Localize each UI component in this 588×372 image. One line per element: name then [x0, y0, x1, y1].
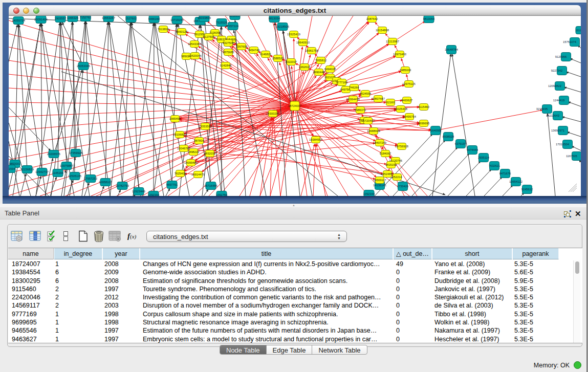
- svg-text:7955812: 7955812: [315, 59, 327, 62]
- svg-text:6494028: 6494028: [324, 68, 336, 71]
- svg-text:1965498: 1965498: [169, 117, 181, 120]
- svg-text:887834: 887834: [194, 139, 204, 142]
- svg-text:7613822: 7613822: [158, 28, 169, 31]
- svg-text:9115460: 9115460: [418, 105, 429, 108]
- svg-text:252214: 252214: [392, 176, 402, 179]
- svg-text:9129966: 9129966: [555, 55, 567, 58]
- svg-text:12942737: 12942737: [35, 170, 49, 173]
- svg-text:3215935: 3215935: [536, 107, 548, 111]
- svg-text:9227342: 9227342: [551, 69, 563, 72]
- svg-text:16648784: 16648784: [445, 48, 459, 51]
- svg-text:23420046: 23420046: [188, 54, 202, 57]
- svg-text:12156829: 12156829: [20, 168, 34, 171]
- svg-text:15751074: 15751074: [563, 40, 577, 43]
- svg-text:1903557: 1903557: [55, 17, 67, 20]
- svg-text:9832033: 9832033: [204, 152, 216, 155]
- svg-text:7357224: 7357224: [227, 25, 239, 28]
- svg-text:17016504: 17016504: [556, 143, 570, 146]
- svg-text:2087642: 2087642: [366, 17, 378, 20]
- svg-text:10025438: 10025438: [394, 107, 407, 111]
- svg-text:8819317: 8819317: [229, 16, 241, 17]
- svg-text:10973493: 10973493: [393, 53, 406, 56]
- svg-text:9699695: 9699695: [418, 122, 430, 125]
- svg-text:9777169: 9777169: [336, 81, 348, 84]
- svg-text:8813054: 8813054: [423, 17, 435, 20]
- svg-text:13353594: 13353594: [199, 125, 212, 128]
- svg-text:9657791: 9657791: [166, 183, 178, 186]
- svg-text:9245612: 9245612: [521, 188, 533, 191]
- svg-text:10975887: 10975887: [60, 164, 73, 167]
- svg-text:2935114: 2935114: [478, 156, 490, 159]
- svg-text:1588520: 1588520: [272, 57, 284, 60]
- svg-text:9327505: 9327505: [223, 41, 234, 45]
- svg-text:10046788: 10046788: [177, 147, 190, 150]
- svg-text:12505135: 12505135: [68, 174, 81, 178]
- svg-text:16154808: 16154808: [376, 29, 389, 32]
- svg-text:1527602: 1527602: [125, 17, 137, 20]
- svg-text:10807487: 10807487: [372, 97, 385, 100]
- svg-text:1065326: 1065326: [67, 16, 79, 19]
- svg-text:9184067: 9184067: [380, 152, 391, 155]
- svg-text:62160: 62160: [386, 101, 395, 104]
- svg-text:2367608: 2367608: [236, 45, 248, 48]
- svg-text:14099489: 14099489: [184, 161, 198, 164]
- svg-text:12093822: 12093822: [548, 84, 561, 87]
- svg-text:25053346: 25053346: [77, 64, 90, 68]
- svg-text:16914479: 16914479: [191, 173, 205, 176]
- svg-text:9463627: 9463627: [401, 99, 413, 102]
- svg-text:14569117: 14569117: [373, 179, 386, 182]
- svg-text:10719155: 10719155: [170, 18, 184, 21]
- svg-text:7625402: 7625402: [175, 172, 186, 175]
- svg-text:20364436: 20364436: [346, 98, 360, 101]
- svg-text:8660128: 8660128: [176, 30, 188, 33]
- svg-text:12975115: 12975115: [402, 82, 415, 85]
- svg-text:19384554: 19384554: [309, 138, 323, 141]
- svg-text:1092344: 1092344: [363, 192, 375, 195]
- svg-text:9146821: 9146821: [260, 53, 272, 56]
- svg-text:10543362: 10543362: [188, 42, 201, 46]
- svg-text:746266: 746266: [349, 86, 359, 89]
- svg-text:7152762: 7152762: [80, 16, 92, 19]
- svg-text:20206576: 20206576: [47, 152, 60, 156]
- svg-text:17359928: 17359928: [69, 151, 82, 155]
- svg-text:1091755: 1091755: [216, 193, 228, 196]
- svg-text:19106825: 19106825: [173, 133, 186, 136]
- svg-text:9242848: 9242848: [220, 64, 232, 67]
- svg-text:8454749: 8454749: [248, 49, 260, 52]
- svg-text:20091406: 20091406: [34, 18, 48, 21]
- svg-text:1112548: 1112548: [575, 29, 581, 32]
- svg-text:1362615: 1362615: [299, 65, 311, 69]
- svg-text:13495754: 13495754: [403, 115, 417, 118]
- svg-text:19756928: 19756928: [395, 145, 408, 148]
- svg-text:8322037: 8322037: [286, 60, 297, 63]
- svg-text:10958107: 10958107: [99, 181, 112, 184]
- svg-text:7485003: 7485003: [400, 69, 411, 72]
- svg-text:16961758: 16961758: [305, 49, 318, 52]
- svg-text:15716485: 15716485: [204, 184, 217, 187]
- svg-text:10654122: 10654122: [509, 180, 522, 183]
- svg-text:12213987: 12213987: [386, 40, 399, 43]
- svg-text:391594: 391594: [9, 167, 15, 170]
- svg-text:6379197: 6379197: [455, 142, 467, 145]
- svg-text:9474444: 9474444: [467, 148, 478, 151]
- svg-text:1244419: 1244419: [553, 99, 565, 102]
- svg-text:13692971: 13692971: [551, 129, 564, 132]
- svg-text:18724007: 18724007: [288, 104, 301, 107]
- svg-text:1815152: 1815152: [385, 163, 397, 166]
- svg-text:8990448: 8990448: [313, 71, 325, 74]
- svg-text:6466160: 6466160: [148, 17, 160, 20]
- svg-text:7632621: 7632621: [489, 164, 500, 167]
- svg-text:19218506: 19218506: [276, 25, 289, 28]
- svg-text:3875685: 3875685: [223, 51, 234, 54]
- svg-text:16782759: 16782759: [116, 184, 129, 187]
- svg-text:15720407: 15720407: [361, 119, 375, 122]
- svg-text:18640910: 18640910: [296, 41, 310, 44]
- svg-text:14055724: 14055724: [12, 19, 26, 22]
- svg-text:14136141: 14136141: [373, 184, 386, 187]
- svg-text:1167535: 1167535: [566, 155, 577, 158]
- svg-text:8938928: 8938928: [443, 135, 454, 138]
- svg-text:3624554: 3624554: [360, 92, 372, 95]
- svg-text:8471676: 8471676: [499, 172, 511, 175]
- svg-text:18300295: 18300295: [266, 112, 279, 115]
- svg-text:1292344: 1292344: [148, 193, 160, 196]
